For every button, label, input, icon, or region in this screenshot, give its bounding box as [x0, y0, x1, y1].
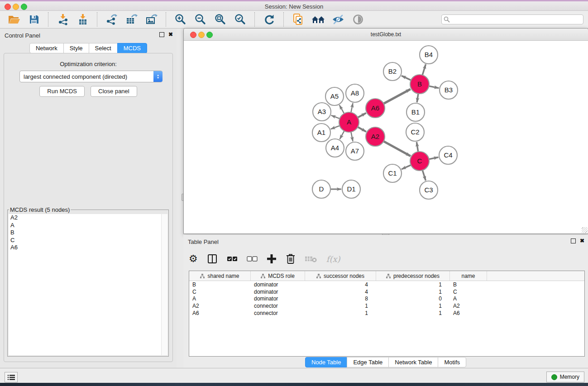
edge-A6-B[interactable]: [379, 89, 411, 106]
column-header-predecessor-nodes[interactable]: predecessor nodes: [376, 271, 450, 281]
table-row[interactable]: Bdominator41B: [189, 281, 584, 288]
result-scrollbar[interactable]: [161, 214, 167, 355]
table-cell[interactable]: connector: [251, 310, 305, 316]
node-A7[interactable]: A7: [346, 142, 364, 160]
table-cell[interactable]: A6: [189, 310, 251, 316]
node-A8[interactable]: A8: [346, 84, 364, 102]
node-D[interactable]: D: [312, 180, 330, 198]
hide-panels-icon[interactable]: [331, 13, 345, 26]
table-panel-close-icon[interactable]: ✖: [580, 238, 584, 243]
mcds-result-list[interactable]: A2ABCA6: [9, 214, 167, 355]
table-cell[interactable]: A2: [450, 303, 487, 309]
close-panel-button[interactable]: Close panel: [91, 86, 137, 97]
import-table-icon[interactable]: [76, 13, 90, 26]
mcds-result-item[interactable]: C: [9, 237, 167, 244]
window-resize-grip[interactable]: [582, 227, 588, 233]
zoom-fit-icon[interactable]: [214, 13, 227, 26]
table-cell[interactable]: 1: [376, 303, 450, 309]
save-session-icon[interactable]: [27, 13, 41, 26]
network-window-titlebar[interactable]: testGlobe.txt: [184, 29, 588, 41]
mcds-result-item[interactable]: A6: [9, 244, 167, 252]
mcds-result-item[interactable]: A2: [9, 214, 167, 222]
mcds-result-item[interactable]: B: [9, 229, 167, 237]
show-panel-icon[interactable]: [351, 13, 365, 26]
edge-A2-C[interactable]: [379, 139, 411, 156]
table-cell[interactable]: 1: [305, 303, 376, 309]
open-file-icon[interactable]: [7, 13, 21, 26]
table-cell[interactable]: A2: [189, 303, 251, 309]
node-C[interactable]: C: [410, 152, 429, 171]
delete-table-icon[interactable]: [305, 252, 317, 266]
table-row[interactable]: Adominator80A: [189, 295, 584, 303]
column-header-MCDS-role[interactable]: MCDS role: [251, 271, 305, 281]
memory-button[interactable]: Memory: [546, 372, 584, 382]
table-row[interactable]: Cdominator41C: [189, 288, 584, 295]
select-all-icon[interactable]: [227, 252, 238, 266]
table-cell[interactable]: 1: [305, 310, 376, 316]
table-cell[interactable]: 4: [305, 289, 376, 295]
table-settings-icon[interactable]: ⚙: [189, 252, 198, 266]
node-B1[interactable]: B1: [406, 103, 425, 121]
node-A2[interactable]: A2: [366, 127, 385, 146]
table-row[interactable]: A2connector11A2: [189, 302, 584, 310]
deselect-all-icon[interactable]: [247, 252, 258, 266]
export-network-icon[interactable]: [105, 13, 119, 26]
column-header-successor-nodes[interactable]: successor nodes: [305, 271, 376, 281]
zoom-selected-icon[interactable]: [234, 13, 247, 26]
table-cell[interactable]: 4: [305, 281, 376, 288]
table-row[interactable]: A6connector11A6: [189, 310, 584, 317]
tab-network[interactable]: Network: [29, 43, 64, 53]
table-cell[interactable]: dominator: [251, 281, 305, 288]
table-cell[interactable]: dominator: [251, 289, 305, 295]
show-columns-icon[interactable]: [207, 252, 218, 266]
table-cell[interactable]: A: [450, 295, 487, 302]
table-cell[interactable]: B: [450, 281, 487, 288]
task-history-button[interactable]: [5, 372, 18, 382]
table-cell[interactable]: 1: [376, 310, 450, 316]
node-table[interactable]: shared nameMCDS rolesuccessor nodesprede…: [189, 271, 585, 357]
mcds-result-item[interactable]: A: [9, 222, 167, 229]
table-cell[interactable]: 8: [305, 295, 376, 302]
import-network-icon[interactable]: [56, 13, 70, 26]
table-cell[interactable]: C: [189, 289, 251, 295]
run-mcds-button[interactable]: Run MCDS: [39, 86, 85, 97]
tab-motifs[interactable]: Motifs: [438, 357, 466, 367]
export-table-icon[interactable]: [125, 13, 139, 26]
node-A6[interactable]: A6: [366, 99, 385, 118]
table-cell[interactable]: 0: [376, 295, 450, 302]
tab-style[interactable]: Style: [63, 43, 89, 53]
node-C2[interactable]: C2: [406, 123, 424, 141]
node-A1[interactable]: A1: [312, 124, 330, 142]
export-image-icon[interactable]: [145, 13, 158, 26]
home-layout-icon[interactable]: [311, 13, 325, 26]
node-A3[interactable]: A3: [313, 103, 331, 121]
node-C3[interactable]: C3: [420, 181, 438, 199]
column-header-name[interactable]: name: [450, 271, 487, 281]
search-input[interactable]: [441, 14, 583, 24]
function-builder-icon[interactable]: f(x): [326, 252, 340, 266]
table-cell[interactable]: B: [189, 281, 251, 288]
table-cell[interactable]: 1: [376, 281, 450, 288]
table-cell[interactable]: dominator: [251, 295, 305, 302]
node-A4[interactable]: A4: [326, 139, 344, 157]
node-C4[interactable]: C4: [439, 146, 457, 164]
node-B4[interactable]: B4: [420, 46, 438, 64]
zoom-out-icon[interactable]: [194, 13, 207, 26]
table-cell[interactable]: A6: [450, 310, 487, 316]
table-panel-float-icon[interactable]: [571, 238, 576, 243]
column-header-shared-name[interactable]: shared name: [189, 271, 251, 281]
table-cell[interactable]: A: [189, 295, 251, 302]
duplicate-network-icon[interactable]: [292, 13, 305, 26]
zoom-in-icon[interactable]: [174, 13, 187, 26]
refresh-icon[interactable]: [263, 13, 276, 26]
tab-select[interactable]: Select: [89, 43, 118, 53]
tab-mcds[interactable]: MCDS: [117, 43, 147, 53]
control-panel-close-icon[interactable]: ✖: [168, 32, 173, 37]
node-B2[interactable]: B2: [383, 62, 402, 81]
delete-column-icon[interactable]: [286, 252, 296, 266]
node-B3[interactable]: B3: [440, 81, 458, 99]
node-A5[interactable]: A5: [325, 87, 344, 105]
node-B[interactable]: B: [410, 75, 429, 94]
network-canvas[interactable]: AA1A2A3A4A5A6A7A8BB1B2B3B4CC1C2C3C4DD1: [184, 41, 588, 234]
tab-node-table[interactable]: Node Table: [305, 357, 348, 367]
